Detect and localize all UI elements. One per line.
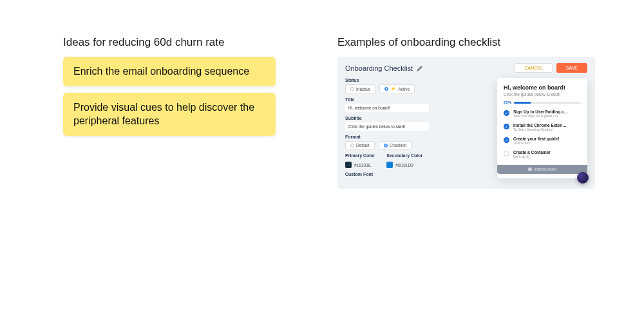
check-icon <box>504 151 509 156</box>
status-label: Status <box>345 78 442 82</box>
status-inactive-option[interactable]: Inactive <box>345 84 375 93</box>
format-checklist-option[interactable]: Checklist <box>379 141 412 149</box>
ideas-heading: Ideas for reducing 60d churn rate <box>63 36 276 49</box>
format-checklist-label: Checklist <box>390 143 406 147</box>
format-label: Format <box>345 135 442 139</box>
check-icon: ✓ <box>504 110 509 116</box>
radio-icon <box>350 144 354 147</box>
app-header: Onboarding Checklist CANCEL SAVE <box>345 63 587 73</box>
checklist-item[interactable]: ✓ Create your first guide! This is fun! <box>504 134 581 147</box>
checklist-item-desc: Let's do it! <box>513 155 551 158</box>
format-default-label: Default <box>356 143 370 147</box>
brand-dot-icon <box>528 167 532 171</box>
progress-fill <box>514 102 531 104</box>
status-active-option[interactable]: ⚡ Active <box>379 84 415 93</box>
checklist-item-desc: This is fun! <box>513 141 560 145</box>
sticky-note[interactable]: Provide visual cues to help discover the… <box>63 93 276 136</box>
title-label: Title <box>345 97 442 102</box>
save-button[interactable]: SAVE <box>556 63 587 73</box>
checklist-preview: Hi, welcome on board! Click the guides b… <box>497 78 587 178</box>
checklist-item-title: Install the Chrome Exten… <box>513 123 567 128</box>
secondary-color-label: Secondary Color <box>386 153 422 158</box>
primary-color-hex: #16303E <box>354 163 371 167</box>
status-active-label: Active <box>398 87 410 91</box>
subtitle-label: Subtitle <box>345 116 442 120</box>
app-title-row: Onboarding Checklist <box>345 64 422 72</box>
checklist-item[interactable]: ✓ Install the Chrome Exten… To Start Cre… <box>504 120 581 134</box>
radio-icon <box>384 87 388 91</box>
checklist-item-title: Sign Up to UserGuiding.c… <box>513 109 568 114</box>
examples-heading: Examples of onboarding checklist <box>337 36 595 49</box>
radio-icon <box>384 144 388 147</box>
preview-title: Hi, welcome on board! <box>504 84 581 91</box>
progress-percent: 25% <box>504 100 511 104</box>
app-title: Onboarding Checklist <box>345 64 413 72</box>
subtitle-input[interactable]: Click the guides below to start! <box>345 122 429 131</box>
sticky-note[interactable]: Enrich the email onboarding sequence <box>63 57 276 86</box>
onboarding-editor-thumbnail[interactable]: Onboarding Checklist CANCEL SAVE Status … <box>337 57 595 189</box>
color-swatch-icon <box>345 162 352 168</box>
custom-font-label: Custom Font <box>345 172 442 176</box>
editor-form: Status Inactive ⚡ Active Title Hi, welco… <box>345 78 442 178</box>
preview-footer-text: USERGUIDING <box>534 167 556 171</box>
checklist-item-desc: Your first step for a great On… <box>513 114 568 118</box>
radio-icon <box>350 87 354 91</box>
color-swatch-icon <box>386 162 393 168</box>
preview-subtitle: Click the guides below to start! <box>504 92 581 97</box>
ideas-column: Ideas for reducing 60d churn rate Enrich… <box>63 36 276 142</box>
checklist-item-title: Create your first guide! <box>513 137 560 141</box>
primary-color-picker[interactable]: #16303E <box>345 162 375 168</box>
checklist-item[interactable]: Create a Container Let's do it! <box>504 147 581 161</box>
app-button-row: CANCEL SAVE <box>515 63 587 73</box>
cancel-button[interactable]: CANCEL <box>515 63 552 73</box>
secondary-color-picker[interactable]: #0D81D8 <box>386 162 422 168</box>
checklist-item-desc: To Start Creating Guides! <box>513 128 567 131</box>
checklist-item[interactable]: ✓ Sign Up to UserGuiding.c… Your first s… <box>504 107 581 120</box>
user-avatar[interactable] <box>577 172 589 184</box>
check-icon: ✓ <box>504 137 509 143</box>
progress-row: 25% <box>504 100 581 104</box>
progress-bar <box>514 102 581 104</box>
preview-footer: USERGUIDING <box>497 165 587 174</box>
examples-column: Examples of onboarding checklist Onboard… <box>337 36 595 189</box>
format-default-option[interactable]: Default <box>345 141 375 149</box>
status-inactive-label: Inactive <box>356 87 370 91</box>
secondary-color-hex: #0D81D8 <box>395 163 413 167</box>
pencil-icon[interactable] <box>417 65 422 71</box>
title-input[interactable]: Hi, welcome on board! <box>345 104 429 112</box>
bolt-icon: ⚡ <box>390 86 396 91</box>
primary-color-label: Primary Color <box>345 153 375 158</box>
check-icon: ✓ <box>504 124 509 129</box>
checklist-item-title: Create a Container <box>513 150 551 155</box>
